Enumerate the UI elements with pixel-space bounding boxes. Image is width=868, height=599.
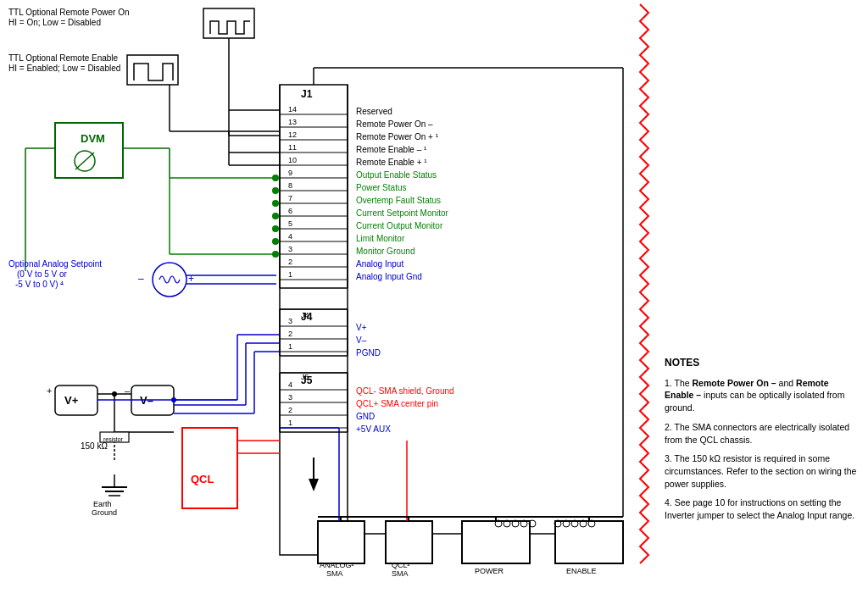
svg-text:10: 10 [288, 156, 297, 164]
svg-text:GND: GND [356, 412, 375, 421]
svg-text:V+: V+ [356, 323, 367, 332]
svg-rect-143 [182, 428, 237, 508]
svg-text:4: 4 [288, 232, 292, 241]
svg-text:7: 7 [288, 194, 292, 202]
svg-text:HI = On; Low = Disabled: HI = On; Low = Disabled [8, 18, 101, 27]
svg-text:J5: J5 [301, 373, 309, 381]
svg-text:+5V AUX: +5V AUX [356, 424, 391, 434]
svg-text:-5 V to 0 V) ⁴: -5 V to 0 V) ⁴ [15, 280, 64, 289]
svg-text:1: 1 [288, 342, 292, 351]
svg-text:V+: V+ [64, 394, 79, 407]
svg-text:Remote Enable + ¹: Remote Enable + ¹ [356, 158, 427, 167]
svg-point-95 [272, 187, 279, 194]
svg-text:QCL-  SMA shield, Ground: QCL- SMA shield, Ground [356, 386, 454, 396]
svg-text:1: 1 [288, 270, 292, 279]
svg-point-98 [272, 225, 279, 232]
svg-text:J1: J1 [301, 88, 313, 100]
svg-text:Remote Power On + ¹: Remote Power On + ¹ [356, 132, 439, 141]
svg-text:3: 3 [288, 245, 292, 253]
svg-text:11: 11 [288, 143, 297, 152]
svg-text:14: 14 [288, 105, 297, 114]
svg-text:8: 8 [288, 181, 292, 190]
svg-text:2: 2 [288, 330, 292, 338]
svg-text:ANALOG²: ANALOG² [320, 561, 354, 569]
svg-text:Monitor Ground: Monitor Ground [356, 247, 415, 256]
svg-text:DVM: DVM [81, 132, 105, 145]
svg-text:HI = Enabled; Low = Disabled: HI = Enabled; Low = Disabled [8, 64, 120, 73]
note-item-2: 2. The SMA connectors are electrically i… [665, 421, 860, 446]
svg-text:TTL Optional Remote Enable: TTL Optional Remote Enable [8, 53, 119, 63]
svg-text:(0 V to 5 V or: (0 V to 5 V or [17, 269, 68, 279]
svg-text:J4: J4 [301, 311, 309, 319]
svg-text:POWER: POWER [475, 567, 504, 575]
svg-text:Remote Power On –: Remote Power On – [356, 119, 433, 129]
svg-text:150 kΩ: 150 kΩ [81, 441, 108, 451]
svg-text:Optional Analog Setpoint: Optional Analog Setpoint [8, 259, 102, 269]
svg-text:12: 12 [288, 130, 297, 139]
svg-text:Ground: Ground [92, 508, 117, 517]
svg-text:+: + [47, 385, 52, 396]
svg-text:Analog Input Gnd: Analog Input Gnd [356, 272, 422, 281]
svg-text:+: + [188, 273, 194, 285]
svg-text:TTL Optional Remote Power On: TTL Optional Remote Power On [8, 8, 129, 17]
svg-text:PGND: PGND [356, 348, 381, 358]
svg-text:Overtemp Fault Status: Overtemp Fault Status [356, 196, 441, 205]
svg-point-136 [171, 397, 176, 402]
note-item-1: 1. The Remote Power On – and Remote Enab… [665, 377, 860, 414]
svg-text:V–: V– [356, 336, 367, 345]
svg-point-96 [272, 200, 279, 207]
svg-text:Limit Monitor: Limit Monitor [356, 234, 405, 243]
notes-panel: NOTES 1. The Remote Power On – and Remot… [665, 356, 860, 529]
svg-text:13: 13 [288, 118, 297, 126]
svg-text:Reserved: Reserved [356, 107, 392, 116]
svg-text:Analog Input: Analog Input [356, 259, 403, 269]
svg-text:Current Setpoint Monitor: Current Setpoint Monitor [356, 208, 449, 218]
svg-text:SMA: SMA [326, 569, 343, 578]
svg-text:Current Output Monitor: Current Output Monitor [356, 221, 443, 230]
svg-text:9: 9 [288, 169, 292, 177]
svg-text:Power Status: Power Status [356, 183, 406, 192]
main-container: J1 14 13 12 11 10 9 8 7 6 5 4 [0, 0, 868, 599]
svg-point-97 [272, 213, 279, 219]
svg-text:5: 5 [288, 219, 292, 228]
svg-rect-155 [555, 521, 623, 563]
svg-point-99 [272, 238, 279, 245]
svg-text:resistor: resistor [103, 436, 124, 442]
svg-text:2: 2 [288, 258, 292, 266]
svg-text:QCL+ SMA center pin: QCL+ SMA center pin [356, 399, 438, 408]
svg-text:4: 4 [288, 380, 292, 389]
note-item-3: 3. The 150 kΩ resistor is required in so… [665, 452, 860, 490]
svg-rect-150 [386, 521, 432, 563]
svg-rect-153 [462, 521, 530, 563]
svg-text:6: 6 [288, 207, 292, 215]
svg-text:QCL: QCL [191, 473, 214, 485]
notes-title: NOTES [665, 356, 860, 370]
note-item-4: 4. See page 10 for instructions on setti… [665, 496, 860, 521]
svg-text:Earth: Earth [93, 500, 112, 508]
svg-rect-147 [318, 521, 364, 563]
svg-text:3: 3 [288, 393, 292, 402]
svg-text:–: – [138, 273, 144, 285]
svg-rect-70 [203, 8, 254, 38]
svg-text:3: 3 [288, 317, 292, 325]
svg-text:Remote Enable –  ¹: Remote Enable – ¹ [356, 145, 427, 154]
svg-text:ENABLE: ENABLE [566, 567, 597, 575]
svg-text:1: 1 [288, 419, 292, 427]
svg-text:SMA: SMA [392, 569, 409, 578]
svg-text:2: 2 [288, 406, 292, 414]
svg-text:Output Enable Status: Output Enable Status [356, 170, 437, 180]
svg-text:QCL²: QCL² [392, 561, 410, 569]
